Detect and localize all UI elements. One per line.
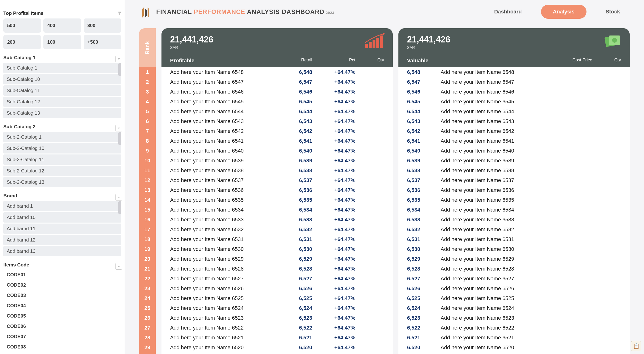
sidebar-item[interactable]: CODE09 xyxy=(3,352,121,354)
profit-button[interactable]: +500 xyxy=(84,35,121,49)
table-row[interactable]: 6,524Add here your Item Name 6524 xyxy=(398,303,630,313)
nav-analysis[interactable]: Analysis xyxy=(541,5,587,19)
table-row[interactable]: 6,539Add here your Item Name 6539 xyxy=(398,156,630,165)
table-row[interactable]: Add here your Item Name 65276,527+64.47% xyxy=(162,274,393,283)
table-row[interactable]: Add here your Item Name 65416,541+64.47% xyxy=(162,136,393,146)
table-row[interactable]: 6,531Add here your Item Name 6531 xyxy=(398,234,630,244)
table-row[interactable]: Add here your Item Name 65396,539+64.47% xyxy=(162,156,393,165)
table-row[interactable]: Add here your Item Name 65376,537+64.47% xyxy=(162,175,393,185)
sidebar-item[interactable]: Sub-Catalog 1 xyxy=(3,63,121,73)
table-row[interactable]: Add here your Item Name 65456,545+64.47% xyxy=(162,97,393,106)
table-row[interactable]: Add here your Item Name 65386,538+64.47% xyxy=(162,165,393,175)
table-row[interactable]: 6,541Add here your Item Name 6541 xyxy=(398,136,630,146)
sidebar-item[interactable]: CODE03 xyxy=(3,291,121,300)
table-row[interactable]: 6,523Add here your Item Name 6523 xyxy=(398,313,630,323)
table-row[interactable]: 6,538Add here your Item Name 6538 xyxy=(398,165,630,175)
sidebar-item[interactable]: Sub-2-Catalog 11 xyxy=(3,154,121,165)
table-row[interactable]: 6,545Add here your Item Name 6545 xyxy=(398,97,630,106)
table-row[interactable]: Add here your Item Name 65346,534+64.47% xyxy=(162,205,393,215)
profit-button[interactable]: 300 xyxy=(84,19,121,33)
table-row[interactable]: Add here your Item Name 65296,529+64.47% xyxy=(162,254,393,264)
table-row[interactable]: Add here your Item Name 65246,524+64.47% xyxy=(162,303,393,313)
sidebar-item[interactable]: Sub-Catalog 12 xyxy=(3,97,121,107)
table-row[interactable]: Add here your Item Name 65326,532+64.47% xyxy=(162,225,393,234)
sidebar-item[interactable]: CODE07 xyxy=(3,332,121,341)
sidebar-item[interactable]: CODE04 xyxy=(3,301,121,310)
filter-icon[interactable]: ⧩ xyxy=(118,11,121,16)
table-row[interactable]: 6,522Add here your Item Name 6522 xyxy=(398,323,630,333)
sidebar-item[interactable]: Sub-2-Catalog 12 xyxy=(3,166,121,176)
sidebar-item[interactable]: Add barnd 12 xyxy=(3,235,121,245)
table-row[interactable]: 6,532Add here your Item Name 6532 xyxy=(398,225,630,234)
table-row[interactable]: 6,528Add here your Item Name 6528 xyxy=(398,264,630,274)
table-row[interactable]: Add here your Item Name 65476,547+64.47% xyxy=(162,77,393,87)
chevron-down-icon[interactable]: ▾ xyxy=(116,125,122,131)
table-row[interactable]: 6,526Add here your Item Name 6526 xyxy=(398,283,630,293)
table-row[interactable]: Add here your Item Name 65406,540+64.47% xyxy=(162,146,393,156)
table-row[interactable]: 6,540Add here your Item Name 6540 xyxy=(398,146,630,156)
table-row[interactable]: 6,520Add here your Item Name 6520 xyxy=(398,342,630,352)
table-row[interactable]: Add here your Item Name 65366,536+64.47% xyxy=(162,185,393,195)
sidebar-item[interactable]: CODE06 xyxy=(3,322,121,331)
table-row[interactable]: Add here your Item Name 65446,544+64.47% xyxy=(162,106,393,116)
table-row[interactable]: Add here your Item Name 65196,519+64.47% xyxy=(162,352,393,354)
table-row[interactable]: 6,543Add here your Item Name 6543 xyxy=(398,116,630,126)
profit-button[interactable]: 500 xyxy=(3,19,41,33)
table-row[interactable]: 6,537Add here your Item Name 6537 xyxy=(398,175,630,185)
chevron-down-icon[interactable]: ▾ xyxy=(116,194,122,201)
sidebar-item[interactable]: Sub-2-Catalog 1 xyxy=(3,132,121,142)
chevron-down-icon[interactable]: ▾ xyxy=(116,263,122,270)
scrollbar-thumb[interactable] xyxy=(118,132,121,145)
table-row[interactable]: Add here your Item Name 65236,523+64.47% xyxy=(162,313,393,323)
table-row[interactable]: 6,527Add here your Item Name 6527 xyxy=(398,274,630,283)
nav-stock[interactable]: Stock xyxy=(606,9,620,15)
nav-dashboard[interactable]: Dashboard xyxy=(494,9,522,15)
table-row[interactable]: Add here your Item Name 65256,525+64.47% xyxy=(162,293,393,303)
scrollbar-thumb[interactable] xyxy=(118,201,121,214)
table-row[interactable]: 6,530Add here your Item Name 6530 xyxy=(398,244,630,254)
sidebar-item[interactable]: CODE08 xyxy=(3,342,121,351)
profit-button[interactable]: 100 xyxy=(43,35,81,49)
chevron-down-icon[interactable]: ▾ xyxy=(116,56,122,62)
sidebar-item[interactable]: CODE02 xyxy=(3,280,121,290)
table-row[interactable]: 6,548Add here your Item Name 6548 xyxy=(398,67,630,77)
table-row[interactable]: 6,533Add here your Item Name 6533 xyxy=(398,215,630,225)
table-row[interactable]: Add here your Item Name 65356,535+64.47% xyxy=(162,195,393,205)
profit-button[interactable]: 200 xyxy=(3,35,41,49)
clipboard-icon[interactable]: 📋 xyxy=(631,341,641,351)
table-row[interactable]: 6,535Add here your Item Name 6535 xyxy=(398,195,630,205)
table-row[interactable]: Add here your Item Name 65426,542+64.47% xyxy=(162,126,393,136)
table-row[interactable]: Add here your Item Name 65266,526+64.47% xyxy=(162,283,393,293)
table-row[interactable]: Add here your Item Name 65306,530+64.47% xyxy=(162,244,393,254)
table-row[interactable]: 6,547Add here your Item Name 6547 xyxy=(398,77,630,87)
sidebar-item[interactable]: Add barnd 13 xyxy=(3,246,121,256)
table-row[interactable]: Add here your Item Name 65316,531+64.47% xyxy=(162,234,393,244)
table-row[interactable]: Add here your Item Name 65226,522+64.47% xyxy=(162,323,393,333)
sidebar-item[interactable]: Add barnd 1 xyxy=(3,201,121,211)
table-row[interactable]: Add here your Item Name 65216,521+64.47% xyxy=(162,333,393,342)
sidebar-item[interactable]: Sub-Catalog 10 xyxy=(3,74,121,84)
sidebar-item[interactable]: Sub-2-Catalog 10 xyxy=(3,143,121,153)
table-row[interactable]: 6,544Add here your Item Name 6544 xyxy=(398,106,630,116)
sidebar-item[interactable]: CODE01 xyxy=(3,270,121,279)
table-row[interactable]: 6,521Add here your Item Name 6521 xyxy=(398,333,630,342)
table-row[interactable]: Add here your Item Name 65436,543+64.47% xyxy=(162,116,393,126)
table-row[interactable]: 6,546Add here your Item Name 6546 xyxy=(398,87,630,97)
table-row[interactable]: Add here your Item Name 65486,548+64.47% xyxy=(162,67,393,77)
table-row[interactable]: 6,529Add here your Item Name 6529 xyxy=(398,254,630,264)
sidebar-item[interactable]: CODE05 xyxy=(3,311,121,321)
sidebar-item[interactable]: Add barnd 10 xyxy=(3,212,121,223)
table-row[interactable]: 6,536Add here your Item Name 6536 xyxy=(398,185,630,195)
scrollbar-thumb[interactable] xyxy=(118,63,121,76)
table-row[interactable]: 6,534Add here your Item Name 6534 xyxy=(398,205,630,215)
table-row[interactable]: Add here your Item Name 65336,533+64.47% xyxy=(162,215,393,225)
table-row[interactable]: 6,542Add here your Item Name 6542 xyxy=(398,126,630,136)
table-row[interactable]: Add here your Item Name 65466,546+64.47% xyxy=(162,87,393,97)
sidebar-item[interactable]: Add barnd 11 xyxy=(3,224,121,234)
sidebar-item[interactable]: Sub-Catalog 13 xyxy=(3,108,121,118)
table-row[interactable]: Add here your Item Name 65206,520+64.47% xyxy=(162,342,393,352)
sidebar-item[interactable]: Sub-2-Catalog 13 xyxy=(3,177,121,187)
table-row[interactable]: 6,525Add here your Item Name 6525 xyxy=(398,293,630,303)
profit-button[interactable]: 400 xyxy=(43,19,81,33)
table-row[interactable]: 6,519Add here your Item Name 6519 xyxy=(398,352,630,354)
